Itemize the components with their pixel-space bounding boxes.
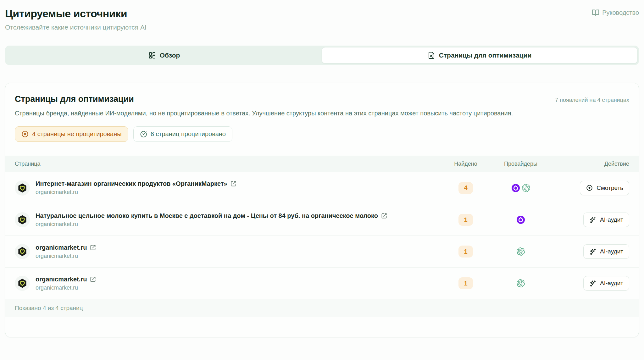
row-action-button[interactable]: AI-аудит [583, 213, 629, 227]
dashboard-icon [148, 52, 156, 59]
site-favicon [15, 180, 30, 196]
page-cell: Интернет-магазин органических продуктов … [15, 180, 444, 196]
page-link[interactable]: organicmarket.ru [36, 276, 87, 283]
page-cell: organicmarket.ru organicmarket.ru [15, 244, 444, 259]
page-link[interactable]: organicmarket.ru [36, 244, 87, 251]
page-domain: organicmarket.ru [36, 221, 387, 228]
appearances-count: 7 появлений на 4 страницах [555, 97, 629, 103]
page-link[interactable]: Натуральное цельное молоко купить в Моск… [36, 212, 378, 219]
tab-overview-label: Обзор [160, 52, 180, 59]
found-count-pill: 4 [458, 182, 473, 194]
provider-icons [488, 247, 554, 256]
external-link-icon[interactable] [381, 213, 387, 219]
not-cited-badge[interactable]: 4 страницы не процитированы [15, 126, 128, 142]
pages-to-optimize-card: Страницы для оптимизации 7 появлений на … [5, 83, 639, 337]
page-subtitle: Отслеживайте какие источники цитируются … [5, 24, 639, 31]
table-row: Натуральное цельное молоко купить в Моск… [5, 204, 639, 235]
card-description: Страницы бренда, найденные ИИ-моделями, … [15, 110, 629, 117]
book-open-icon [592, 9, 599, 16]
page-header: Цитируемые источники Руководство [5, 8, 639, 20]
tab-pages-to-optimize[interactable]: Страницы для оптимизации [322, 47, 637, 64]
circle-x-icon [21, 130, 29, 138]
row-action-button[interactable]: AI-аудит [583, 244, 629, 259]
openai-icon [522, 184, 530, 192]
guide-label: Руководство [602, 9, 639, 16]
table-footer: Показано 4 из 4 страниц [5, 299, 639, 317]
site-favicon [15, 212, 30, 227]
page-domain: organicmarket.ru [36, 253, 96, 259]
tab-pages-label: Страницы для оптимизации [439, 52, 532, 59]
external-link-icon[interactable] [90, 276, 96, 282]
column-header-action: Действие [554, 161, 629, 167]
card-spacer [5, 317, 639, 337]
page-domain: organicmarket.ru [36, 189, 236, 196]
row-action-button[interactable]: Смотреть [580, 181, 629, 195]
row-action-label: AI-аудит [600, 216, 623, 223]
row-action-label: AI-аудит [600, 280, 623, 287]
pages-table: Страница Найдено Провайдеры Действие Инт… [5, 156, 639, 317]
table-row: Интернет-магазин органических продуктов … [5, 172, 639, 204]
table-header-row: Страница Найдено Провайдеры Действие [5, 156, 639, 172]
file-search-icon [428, 52, 435, 59]
table-row: organicmarket.ru organicmarket.ru 1 A [5, 235, 639, 267]
page-title: Цитируемые источники [5, 8, 127, 20]
provider-icons [488, 216, 554, 224]
sparkles-icon [589, 216, 597, 224]
page-cell: Натуральное цельное молоко купить в Моск… [15, 212, 444, 228]
provider-icons [488, 279, 554, 287]
row-action-label: AI-аудит [600, 248, 623, 255]
page-domain: organicmarket.ru [36, 285, 96, 291]
status-badges: 4 страницы не процитированы 6 страниц пр… [5, 126, 639, 142]
alice-icon [512, 184, 520, 192]
tabbar: Обзор Страницы для оптимизации [5, 46, 639, 65]
sparkles-icon [589, 248, 597, 255]
table-row: organicmarket.ru organicmarket.ru 1 A [5, 267, 639, 299]
found-count-pill: 1 [458, 277, 473, 289]
provider-icons [488, 184, 554, 192]
external-link-icon[interactable] [90, 245, 96, 251]
page-link[interactable]: Интернет-магазин органических продуктов … [36, 180, 227, 187]
alice-icon [517, 216, 525, 224]
guide-link[interactable]: Руководство [592, 9, 639, 16]
cited-sources-page: Цитируемые источники Руководство Отслежи… [0, 0, 644, 360]
column-header-providers: Провайдеры [488, 161, 554, 167]
shown-count: Показано 4 из 4 страниц [15, 305, 83, 311]
table-body: Интернет-магазин органических продуктов … [5, 172, 639, 299]
openai-icon [517, 247, 525, 256]
circle-check-icon [140, 130, 147, 138]
openai-icon [517, 279, 525, 287]
external-link-icon[interactable] [230, 181, 236, 187]
row-action-button[interactable]: AI-аудит [583, 276, 629, 291]
card-header: Страницы для оптимизации 7 появлений на … [5, 83, 639, 117]
column-header-page: Страница [15, 161, 444, 167]
sparkles-icon [589, 280, 597, 287]
site-favicon [15, 244, 30, 259]
found-count-pill: 1 [458, 214, 473, 226]
row-action-label: Смотреть [597, 185, 623, 191]
cited-label: 6 страниц процитировано [151, 130, 226, 138]
found-count-pill: 1 [458, 246, 473, 258]
tab-overview[interactable]: Обзор [7, 47, 322, 64]
card-title: Страницы для оптимизации [15, 94, 134, 104]
page-cell: organicmarket.ru organicmarket.ru [15, 276, 444, 291]
column-header-found: Найдено [444, 161, 488, 167]
site-favicon [15, 276, 30, 291]
eye-icon [586, 184, 593, 191]
not-cited-label: 4 страницы не процитированы [32, 130, 122, 138]
cited-badge[interactable]: 6 страниц процитировано [133, 126, 232, 142]
